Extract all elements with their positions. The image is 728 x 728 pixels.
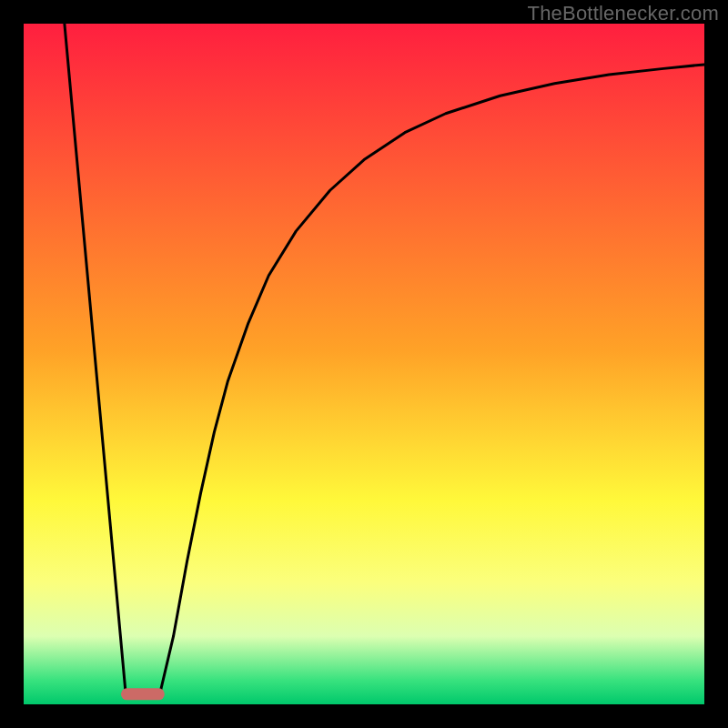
chart-frame: TheBottlenecker.com — [0, 0, 728, 728]
chart-svg — [24, 24, 704, 704]
optimal-marker — [121, 688, 165, 700]
watermark-text: TheBottlenecker.com — [528, 2, 719, 25]
plot-area — [24, 24, 704, 704]
gradient-background — [24, 24, 704, 704]
marker-pill — [121, 688, 165, 700]
